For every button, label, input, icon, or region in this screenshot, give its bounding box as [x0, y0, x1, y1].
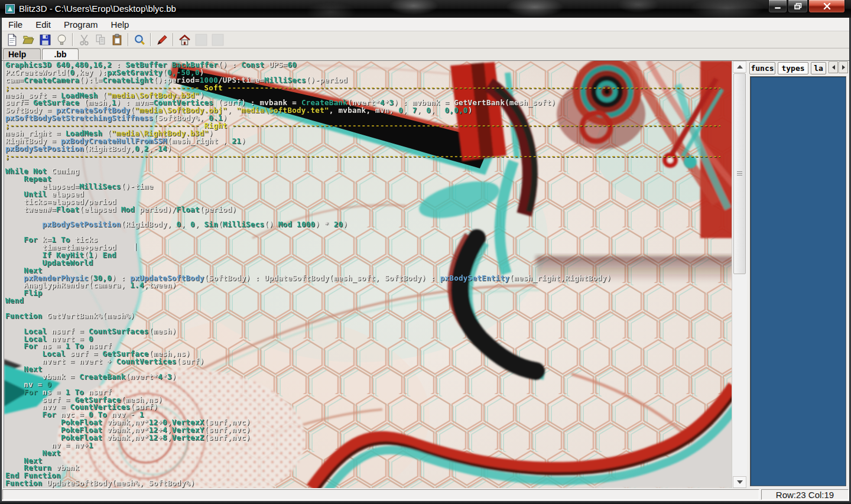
- code-line: nv = nv+1: [5, 442, 720, 450]
- code-line: AnaglyphRender(camera, 1.4,tween): [5, 282, 720, 290]
- new-file-icon: [6, 34, 18, 46]
- cut-button[interactable]: [76, 32, 92, 47]
- code-line: nv = 0: [5, 381, 720, 389]
- tabs-scroll-right-button[interactable]: [839, 61, 848, 73]
- code-line: [5, 160, 720, 168]
- code-line: ;---------------------------------------…: [5, 153, 720, 161]
- arrow-right-icon: [842, 65, 845, 70]
- code-line: Local nsurf = CountSurfaces(mesh): [5, 328, 720, 336]
- code-line: nvert = nvert + CountVertices(surf): [5, 358, 720, 366]
- code-line: PokeFloat vbank,nv*12+8,VertexZ(surf,nvc…: [5, 434, 720, 442]
- blank-b-button[interactable]: [210, 32, 225, 47]
- arrow-down-icon: [737, 480, 743, 484]
- help-bulb-button[interactable]: [54, 32, 69, 47]
- restore-button[interactable]: [788, 0, 808, 13]
- blank-a-icon: [195, 34, 207, 46]
- text-caret: [135, 243, 136, 251]
- menu-program[interactable]: Program: [57, 18, 105, 31]
- home-button[interactable]: [177, 32, 192, 47]
- toolbar-separator: [173, 33, 174, 46]
- code-line: elapsed=MilliSecs()-time: [5, 183, 720, 191]
- code-editor[interactable]: Graphics3D 640,480,16,2 : SetBuffer Back…: [2, 61, 747, 488]
- status-bar: Row:23 Col:19: [2, 489, 849, 501]
- save-file-icon: [39, 34, 51, 46]
- editor-tab-bar: Help.bb: [2, 48, 849, 60]
- scroll-up-button[interactable]: [733, 61, 746, 73]
- window-frame-bottom: [0, 501, 851, 504]
- code-line: Wend: [5, 297, 720, 305]
- app-icon: [5, 4, 15, 14]
- thumb-grip-icon: [737, 171, 742, 176]
- tabs-scroll-left-button[interactable]: [829, 61, 838, 73]
- minimize-button[interactable]: [768, 0, 787, 13]
- code-line: Next: [5, 450, 720, 457]
- declarations-panel: funcstypesla: [748, 61, 849, 489]
- main-area: Graphics3D 640,480,16,2 : SetBuffer Back…: [2, 60, 849, 489]
- caption-buttons: [768, 0, 845, 12]
- window-frame-left: [0, 18, 2, 504]
- blank-a-button[interactable]: [193, 32, 209, 47]
- code-line: Function UpdateSoftBody(mesh%, SoftBody%…: [5, 480, 720, 487]
- new-file-button[interactable]: [4, 32, 20, 47]
- decl-tab-la[interactable]: la: [811, 62, 826, 74]
- blitz3d-window: Blitz3D - C:\Users\Erop\Desktop\blyc.bb …: [0, 0, 851, 504]
- code-line: [5, 229, 720, 236]
- code-line: Next: [5, 457, 720, 465]
- help-bulb-icon: [56, 34, 68, 46]
- row-col-indicator: Row:23 Col:19: [761, 489, 849, 500]
- home-icon: [178, 34, 191, 46]
- code-line: tween#=Float(elapsed Mod period)/Float(p…: [5, 206, 720, 214]
- window-title: Blitz3D - C:\Users\Erop\Desktop\blyc.bb: [19, 4, 176, 14]
- copy-button[interactable]: [93, 32, 108, 47]
- title-bar[interactable]: Blitz3D - C:\Users\Erop\Desktop\blyc.bb: [0, 0, 851, 18]
- paste-icon: [111, 34, 124, 46]
- open-file-button[interactable]: [21, 32, 36, 47]
- code-line: Local nvert = 0: [5, 336, 720, 343]
- types-list[interactable]: [750, 76, 846, 486]
- toolbar: [2, 31, 849, 48]
- edit-pen-icon: [156, 34, 168, 46]
- menu-bar: FileEditProgramHelp: [2, 18, 849, 31]
- vertical-scrollbar[interactable]: [732, 61, 747, 488]
- toolbar-separator: [128, 33, 129, 46]
- open-file-icon: [22, 34, 35, 46]
- paste-button[interactable]: [109, 32, 125, 47]
- code-line: Flip: [5, 290, 720, 297]
- toolbar-separator: [72, 33, 73, 46]
- arrow-left-icon: [832, 65, 835, 70]
- status-message: [2, 489, 759, 500]
- decl-tab-types[interactable]: types: [778, 62, 808, 74]
- tab-help[interactable]: Help: [3, 48, 41, 60]
- menu-file[interactable]: File: [2, 18, 29, 31]
- edit-pen-button[interactable]: [154, 32, 170, 47]
- code-line: pxBodySetPosition(RigidBody, 0, 0, Sin(M…: [5, 221, 720, 229]
- close-button[interactable]: [808, 0, 845, 13]
- code-line: UpdateWorld: [5, 259, 720, 267]
- code-lines[interactable]: Graphics3D 640,480,16,2 : SetBuffer Back…: [4, 61, 720, 488]
- find-button[interactable]: [132, 32, 147, 47]
- toolbar-separator: [150, 33, 151, 46]
- find-icon: [134, 34, 146, 46]
- menu-help[interactable]: Help: [105, 18, 136, 31]
- code-line: While Not Cuming: [5, 168, 720, 175]
- cut-icon: [78, 34, 90, 46]
- decl-tab-funcs[interactable]: funcs: [749, 62, 775, 74]
- arrow-up-icon: [737, 65, 743, 69]
- code-line: If KeyHit(1) End: [5, 252, 720, 259]
- copy-icon: [95, 34, 107, 46]
- save-file-button[interactable]: [37, 32, 53, 47]
- tab-bb[interactable]: .bb: [42, 48, 79, 60]
- menu-edit[interactable]: Edit: [29, 18, 57, 31]
- code-line: Function GetVertBank%(mesh%): [5, 313, 720, 320]
- blank-b-icon: [212, 34, 224, 46]
- code-line: Return vbank: [5, 464, 720, 472]
- code-line: vbank = CreateBank(nvert*4*3): [5, 373, 720, 381]
- scroll-down-button[interactable]: [733, 476, 746, 488]
- scrollbar-thumb[interactable]: [733, 73, 746, 274]
